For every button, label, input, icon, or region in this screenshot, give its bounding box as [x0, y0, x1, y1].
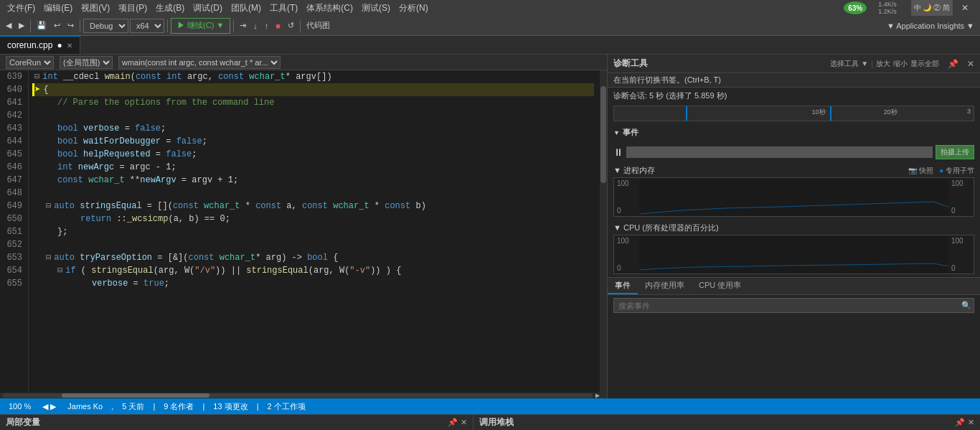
- toolbar-sep-5: [300, 19, 301, 32]
- code-content[interactable]: ⊟ int __cdecl wmain(const int argc, cons…: [29, 70, 600, 393]
- diag-tools-button[interactable]: 选择工具 ▼: [830, 59, 868, 69]
- vertical-scrollbar[interactable]: [600, 70, 607, 393]
- tab-memory-usage[interactable]: 内存使用率: [638, 278, 692, 294]
- scrollbar-thumb[interactable]: [600, 86, 606, 183]
- editor-header: CoreRun (全局范围) wmain(const int argc, con…: [0, 55, 607, 70]
- tab-bar: corerun.cpp ● ✕: [0, 36, 980, 55]
- zoom-level[interactable]: 100 %: [6, 402, 34, 411]
- toolbar-sep-4: [233, 19, 234, 32]
- memory-header: ▼ 进程内存 📷 快照 ● 专用子节: [613, 165, 974, 176]
- menu-build[interactable]: 生成(B): [151, 0, 189, 16]
- continue-button[interactable]: ▶ 继续(C) ▼: [171, 18, 230, 34]
- locals-close-icon[interactable]: ✕: [461, 418, 467, 427]
- memory-y-labels-right: 100 0: [948, 178, 974, 216]
- call-stack-controls: 📌 ✕: [955, 418, 974, 427]
- memory-chart-svg: [639, 178, 948, 216]
- menu-team[interactable]: 团队(M): [227, 0, 265, 16]
- menu-arch[interactable]: 体系结构(C): [302, 0, 357, 16]
- search-icon: 🔍: [959, 299, 974, 312]
- event-bar: [626, 146, 933, 158]
- step-into-button[interactable]: ↓: [250, 18, 260, 34]
- stop-button[interactable]: ■: [273, 18, 283, 34]
- code-line-654: ⊟ if ( stringsEqual(arg, W("/v")) || str…: [34, 264, 594, 277]
- timeline-marker-1: [686, 106, 687, 121]
- collapse-653[interactable]: ⊟: [46, 251, 51, 264]
- app-insights-button[interactable]: ▼ Application Insights ▼: [884, 18, 977, 34]
- diagnostics-bookmark-bar: 在当前行切换书签。(Ctrl+B, T): [608, 73, 980, 88]
- bottom-panels: 局部变量 📌 ✕ 名称 值 类型 argc 640549518 const in…: [0, 414, 980, 430]
- code-line-651: };: [34, 225, 594, 238]
- pin-icon[interactable]: 📌: [948, 59, 958, 69]
- code-line-641: // Parse the options from the command li…: [34, 96, 594, 109]
- diagnostics-title: 诊断工具: [613, 57, 648, 70]
- callstack-pin-icon[interactable]: 📌: [955, 418, 965, 427]
- diagnostics-panel: 诊断工具 选择工具 ▼ | 放大 缩小 显示全部 📌 ✕ 在当前行切换书签。(C…: [607, 55, 980, 398]
- menu-analyze[interactable]: 分析(N): [395, 0, 433, 16]
- private-option[interactable]: ● 专用子节: [939, 166, 974, 176]
- status-bar: 100 % ◀ ▶ James Ko , 5 天前 | 9 名作者 | 13 项…: [0, 398, 980, 414]
- nav-arrows[interactable]: ◀ ▶: [39, 402, 59, 411]
- step-out-button[interactable]: ↑: [262, 18, 272, 34]
- editor-content[interactable]: 639 640 641 642 643 644 645 646 647 648 …: [0, 70, 607, 393]
- contributors[interactable]: 9 名作者: [161, 401, 197, 412]
- status-sep-3: |: [202, 402, 204, 411]
- code-line-642: [34, 109, 594, 122]
- collapse-639[interactable]: ⊟: [34, 70, 39, 83]
- menu-test[interactable]: 测试(S): [357, 0, 395, 16]
- menu-edit[interactable]: 编辑(E): [39, 0, 77, 16]
- author-name[interactable]: James Ko: [65, 402, 105, 411]
- code-line-650: return ::_wcsicmp(a, b) == 0;: [34, 212, 594, 225]
- locals-pin-icon[interactable]: 📌: [448, 418, 458, 427]
- lang-buttons[interactable]: 中 🌙 ② 简: [911, 0, 953, 16]
- menu-debug[interactable]: 调试(D): [189, 0, 227, 16]
- horizontal-scrollbar-thumb[interactable]: [62, 393, 209, 398]
- cpu-chart-area: [639, 235, 948, 274]
- menu-view[interactable]: 视图(V): [77, 0, 114, 16]
- horizontal-scrollbar-track[interactable]: [3, 393, 593, 398]
- save-button[interactable]: 💾: [34, 18, 50, 34]
- collapse-654[interactable]: ⊟: [57, 264, 62, 277]
- symbol-select[interactable]: wmain(const int argc, const wchar_t * ar…: [118, 56, 281, 69]
- back-button[interactable]: ◀: [3, 18, 14, 34]
- close-diag-button[interactable]: ✕: [967, 59, 974, 69]
- search-events-input[interactable]: [614, 299, 959, 312]
- show-all-button[interactable]: 显示全部: [910, 59, 939, 69]
- callstack-close-icon[interactable]: ✕: [968, 418, 974, 427]
- menu-project[interactable]: 项目(P): [114, 0, 151, 16]
- bookmark-label: 在当前行切换书签。(Ctrl+B, T): [613, 75, 721, 84]
- code-map-button[interactable]: 代码图: [303, 18, 333, 34]
- scope-select[interactable]: CoreRun: [6, 56, 54, 69]
- collapse-649[interactable]: ⊟: [46, 200, 51, 212]
- code-line-644: bool waitForDebugger = false;: [34, 135, 594, 148]
- toolbar: ◀ ▶ 💾 ↩ ↪ Debug x64 ▶ 继续(C) ▼ ⇥ ↓ ↑ ■ ↺ …: [0, 16, 980, 36]
- tab-events[interactable]: 事件: [608, 278, 638, 294]
- freeze-button[interactable]: 拍摄上传: [936, 145, 974, 159]
- tab-corerun-cpp[interactable]: corerun.cpp ● ✕: [0, 36, 80, 54]
- tab-close-button[interactable]: ✕: [67, 42, 72, 50]
- tab-cpu-usage[interactable]: CPU 使用率: [692, 278, 748, 294]
- platform-select[interactable]: x64: [130, 19, 164, 33]
- zoom-in-button[interactable]: 放大: [876, 59, 890, 69]
- redo-button[interactable]: ↪: [65, 18, 77, 34]
- step-over-button[interactable]: ⇥: [237, 18, 249, 34]
- pause-button[interactable]: ⏸: [613, 146, 623, 158]
- snapshot-option[interactable]: 📷 快照: [908, 166, 933, 176]
- forward-button[interactable]: ▶: [16, 18, 27, 34]
- work-items[interactable]: 2 个工作项: [265, 401, 308, 412]
- changes[interactable]: 13 项更改: [210, 401, 250, 412]
- code-line-655: verbose = true;: [34, 277, 594, 290]
- restart-button[interactable]: ↺: [285, 18, 297, 34]
- debug-arrow: ➤: [34, 83, 40, 96]
- diagnostics-tabs: 事件 内存使用率 CPU 使用率: [608, 277, 980, 295]
- zoom-out-button[interactable]: 缩小: [893, 59, 908, 69]
- namespace-select[interactable]: (全局范围): [60, 56, 113, 69]
- cpu-header: ▼ CPU (所有处理器的百分比): [613, 223, 974, 233]
- call-stack-panel: 调用堆栈 📌 ✕ 名称 语言 ➤ CoreRun.exe!wmain(const…: [473, 415, 980, 430]
- status-sep-2: |: [153, 402, 155, 411]
- undo-button[interactable]: ↩: [51, 18, 63, 34]
- memory-chart: 100 0 100 0: [613, 177, 974, 217]
- window-close[interactable]: ✕: [957, 0, 973, 16]
- debug-mode-select[interactable]: Debug: [83, 19, 128, 33]
- menu-file[interactable]: 文件(F): [3, 0, 39, 16]
- menu-tools[interactable]: 工具(T): [265, 0, 302, 16]
